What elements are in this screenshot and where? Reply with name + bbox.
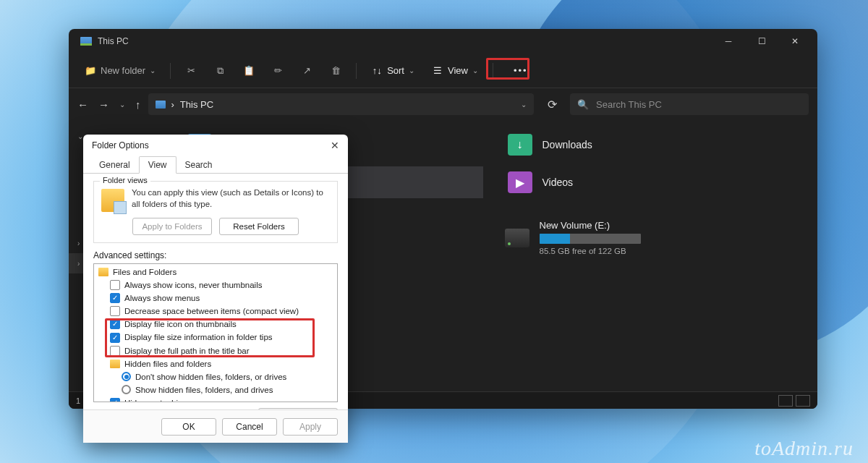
folder-options-dialog: Folder Options ✕ General View Search Fol… — [83, 135, 348, 443]
cut-button[interactable]: ✂ — [178, 59, 204, 82]
dialog-footer: OK Cancel Apply — [83, 409, 348, 443]
search-icon: 🔍 — [577, 99, 589, 110]
folder-icon — [110, 360, 120, 368]
option-show-hidden[interactable]: Show hidden files, folders, and drives — [94, 383, 337, 396]
new-folder-label: New folder — [101, 65, 145, 76]
breadcrumb-location[interactable]: This PC — [180, 99, 213, 110]
option-hide-empty[interactable]: ✓Hide empty drives — [94, 396, 337, 402]
maximize-button[interactable]: ☐ — [745, 29, 778, 54]
radio-icon[interactable] — [122, 372, 131, 381]
tab-search[interactable]: Search — [176, 157, 221, 173]
details-view-icon[interactable] — [778, 395, 793, 407]
checkbox-icon[interactable]: ✓ — [110, 398, 120, 402]
close-button[interactable]: ✕ — [778, 29, 812, 54]
close-button[interactable]: ✕ — [331, 140, 339, 151]
advanced-settings-list[interactable]: Files and Folders Always show icons, nev… — [93, 263, 338, 402]
forward-button[interactable]: → — [98, 98, 109, 111]
ok-button[interactable]: OK — [161, 418, 216, 436]
folder-views-text: You can apply this view (such as Details… — [132, 187, 330, 210]
thumbnails-view-icon[interactable] — [796, 395, 810, 407]
checkbox-icon[interactable]: ✓ — [110, 293, 120, 303]
sort-icon: ↑↓ — [371, 65, 383, 77]
new-folder-button[interactable]: 📁 New folder ⌄ — [77, 59, 163, 82]
search-box[interactable]: 🔍 Search This PC — [570, 93, 809, 115]
radio-icon[interactable] — [122, 385, 131, 394]
checkbox-icon[interactable] — [110, 306, 120, 316]
toolbar: 📁 New folder ⌄ ✂ ⧉ 📋 ✏ ↗ 🗑 ↑↓ Sort ⌄ ☰ V… — [69, 54, 817, 88]
folder-icon — [98, 268, 109, 276]
drive-icon — [505, 229, 529, 247]
view-icon: ☰ — [432, 65, 443, 77]
navigation-row: ← → ⌄ ↑ › This PC ⌄ ⟳ 🔍 Search This PC — [69, 88, 817, 120]
paste-button[interactable]: 📋 — [236, 59, 262, 82]
address-bar[interactable]: › This PC ⌄ — [148, 93, 535, 115]
refresh-button[interactable]: ⟳ — [541, 98, 563, 111]
option-dont-show-hidden[interactable]: Don't show hidden files, folders, or dri… — [94, 370, 337, 383]
cancel-button[interactable]: Cancel — [222, 418, 277, 436]
sort-button[interactable]: ↑↓ Sort ⌄ — [364, 59, 422, 82]
recent-locations-button[interactable]: ⌄ — [119, 101, 125, 109]
delete-button[interactable]: 🗑 — [323, 59, 349, 82]
folder-icon: ↓ — [508, 134, 532, 156]
folder-label: Downloads — [542, 139, 592, 150]
checkbox-icon[interactable]: ✓ — [110, 319, 120, 329]
folder-views-icon — [101, 189, 124, 212]
search-placeholder: Search This PC — [596, 99, 662, 110]
option-decrease-space[interactable]: Decrease space between items (compact vi… — [94, 305, 337, 318]
folder-views-legend: Folder views — [100, 176, 150, 184]
new-folder-icon: 📁 — [85, 65, 96, 77]
checkbox-icon[interactable]: ✓ — [110, 333, 120, 343]
checkbox-icon[interactable] — [110, 280, 120, 290]
option-display-full-path[interactable]: Display the full path in the title bar — [94, 344, 337, 357]
folder-item[interactable]: ↓Downloads — [505, 129, 804, 161]
back-button[interactable]: ← — [77, 98, 88, 111]
drive-item[interactable]: New Volume (E:)85.5 GB free of 122 GB — [505, 220, 804, 255]
window-title: This PC — [98, 36, 129, 46]
up-button[interactable]: ↑ — [135, 98, 141, 111]
advanced-settings-label: Advanced settings: — [93, 250, 338, 260]
minimize-button[interactable]: ─ — [712, 29, 745, 54]
tab-view[interactable]: View — [139, 156, 176, 174]
folder-item[interactable]: ▶Videos — [505, 166, 804, 198]
folder-label: Videos — [542, 177, 574, 188]
folder-views-group: Folder views You can apply this view (su… — [93, 181, 338, 243]
this-pc-icon — [156, 101, 166, 109]
apply-to-folders-button[interactable]: Apply to Folders — [132, 218, 212, 235]
option-always-menus[interactable]: ✓Always show menus — [94, 292, 337, 305]
view-button[interactable]: ☰ View ⌄ — [425, 59, 485, 82]
dialog-tabs: General View Search — [83, 156, 348, 174]
view-label: View — [448, 65, 468, 76]
dialog-title: Folder Options — [92, 140, 149, 150]
drive-usage-bar — [540, 234, 641, 244]
titlebar[interactable]: This PC ─ ☐ ✕ — [69, 29, 817, 54]
share-button[interactable]: ↗ — [294, 59, 320, 82]
paste-icon: 📋 — [243, 65, 255, 77]
drive-name: New Volume (E:) — [540, 220, 804, 231]
share-icon: ↗ — [301, 65, 312, 77]
rename-icon: ✏ — [272, 65, 284, 77]
checkbox-icon[interactable] — [110, 346, 120, 356]
rename-button[interactable]: ✏ — [265, 59, 291, 82]
cut-icon: ✂ — [185, 65, 197, 77]
item-count: 1 — [76, 396, 80, 405]
copy-button[interactable]: ⧉ — [207, 59, 233, 82]
reset-folders-button[interactable]: Reset Folders — [219, 218, 299, 235]
option-display-size[interactable]: ✓Display file size information in folder… — [94, 331, 337, 344]
drive-free-text: 85.5 GB free of 122 GB — [540, 247, 804, 255]
address-dropdown[interactable]: ⌄ — [521, 101, 527, 109]
apply-button[interactable]: Apply — [283, 418, 338, 436]
delete-icon: 🗑 — [330, 65, 341, 77]
option-always-icons[interactable]: Always show icons, never thumbnails — [94, 279, 337, 292]
chevron-down-icon: ⌄ — [472, 67, 478, 75]
option-display-file-icon[interactable]: ✓Display file icon on thumbnails — [94, 318, 337, 331]
folder-icon: ▶ — [508, 171, 532, 193]
sort-label: Sort — [387, 65, 404, 76]
chevron-down-icon: ⌄ — [150, 67, 156, 75]
more-button[interactable]: ••• — [501, 59, 541, 82]
group-files-folders: Files and Folders — [94, 266, 337, 279]
copy-icon: ⧉ — [214, 65, 226, 77]
tab-general[interactable]: General — [90, 157, 139, 173]
dialog-titlebar[interactable]: Folder Options ✕ — [83, 135, 348, 156]
this-pc-icon — [80, 37, 92, 46]
chevron-down-icon: ⌄ — [409, 67, 414, 75]
